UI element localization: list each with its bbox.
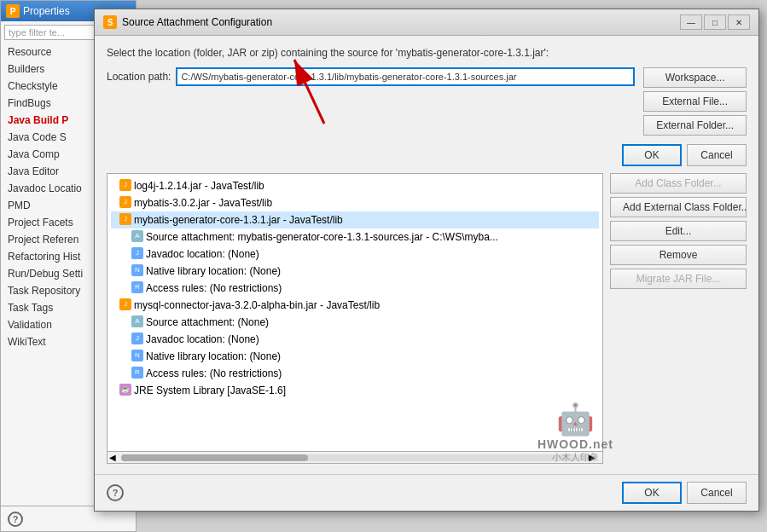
attach-icon: A (131, 315, 143, 327)
tree-item-mybatis-generator[interactable]: J mybatis-generator-core-1.3.1.jar - Jav… (111, 211, 599, 228)
sub-icon: N (131, 350, 143, 361)
tree-item-log4j[interactable]: J log4j-1.2.14.jar - JavaTest/lib (111, 177, 599, 194)
jar-icon: J (119, 179, 131, 191)
tree-item-native-none[interactable]: N Native library location: (None) (111, 263, 599, 280)
jar-icon: J (119, 196, 131, 208)
ok-button[interactable]: OK (622, 482, 682, 504)
tree-item-mysql-javadoc[interactable]: J Javadoc location: (None) (111, 331, 599, 348)
jar-icon: J (119, 298, 131, 310)
tree-item-jre[interactable]: ☕ JRE System Library [JavaSE-1.6] (111, 382, 599, 399)
tree-item-source-attach[interactable]: A Source attachment: mybatis-generator-c… (111, 228, 599, 246)
external-folder-button[interactable]: External Folder... (643, 115, 747, 136)
tree-item-mysql-source[interactable]: A Source attachment: (None) (111, 314, 599, 331)
tree-item-label: mybatis-3.0.2.jar - JavaTest/lib (134, 195, 272, 211)
inner-ok-button[interactable]: OK (622, 144, 682, 166)
properties-icon: P (6, 4, 20, 18)
properties-title: Properties (23, 5, 70, 17)
add-class-folder-button[interactable]: Add Class Folder... (610, 173, 747, 194)
migrate-jar-button[interactable]: Migrate JAR File... (610, 269, 747, 289)
dialog-title: Source Attachment Configuration (122, 16, 272, 28)
minimize-button[interactable]: ― (680, 14, 702, 30)
help-icon[interactable]: ? (107, 484, 124, 501)
location-label: Location path: (107, 71, 171, 83)
main-content: J log4j-1.2.14.jar - JavaTest/lib J myba… (107, 173, 747, 464)
cancel-button[interactable]: Cancel (687, 482, 747, 504)
inner-cancel-button[interactable]: Cancel (687, 144, 747, 166)
tree-item-mybatis302[interactable]: J mybatis-3.0.2.jar - JavaTest/lib (111, 194, 599, 211)
source-attachment-dialog: S Source Attachment Configuration ― □ ✕ … (94, 9, 759, 512)
tree-item-label: JRE System Library [JavaSE-1.6] (134, 383, 286, 398)
tree-item-label: Native library location: (None) (146, 349, 281, 364)
horizontal-scrollbar[interactable]: ◀ ▶ (107, 451, 602, 463)
sub-icon: J (131, 332, 143, 344)
sub-icon: R (131, 281, 143, 293)
tree-item-label: Native library location: (None) (146, 263, 281, 279)
description-text: Select the location (folder, JAR or zip)… (107, 46, 747, 61)
edit-button[interactable]: Edit... (610, 221, 747, 241)
add-external-class-folder-button[interactable]: Add External Class Folder... (610, 197, 747, 217)
tree-item-label: Access rules: (No restrictions) (146, 366, 282, 381)
jre-icon: ☕ (119, 384, 131, 396)
tree-item-label: mybatis-generator-core-1.3.1.jar - JavaT… (134, 212, 343, 228)
dialog-bottom: ? OK Cancel (95, 474, 758, 511)
scrollbar-thumb (121, 454, 308, 461)
dialog-title-left: S Source Attachment Configuration (103, 15, 272, 29)
location-row: Location path: (107, 67, 635, 86)
sub-icon: N (131, 264, 143, 276)
attach-icon: A (131, 230, 143, 242)
tree-item-mysql-native[interactable]: N Native library location: (None) (111, 348, 599, 365)
remove-button[interactable]: Remove (610, 245, 747, 265)
external-file-button[interactable]: External File... (643, 91, 747, 112)
dialog-ok-cancel: OK Cancel (622, 482, 747, 504)
tree-panel[interactable]: J log4j-1.2.14.jar - JavaTest/lib J myba… (107, 174, 602, 451)
tree-item-label: Javadoc location: (None) (146, 332, 259, 347)
dialog-controls: ― □ ✕ (680, 14, 750, 30)
close-button[interactable]: ✕ (728, 14, 750, 30)
tree-item-label: Source attachment: mybatis-generator-cor… (146, 229, 498, 245)
sub-icon: R (131, 367, 143, 379)
scrollbar-track[interactable] (121, 454, 589, 461)
workspace-button[interactable]: Workspace... (643, 67, 747, 88)
tree-item-label: Access rules: (No restrictions) (146, 280, 282, 296)
right-buttons: Workspace... External File... External F… (643, 67, 747, 136)
maximize-button[interactable]: □ (704, 14, 726, 30)
sub-icon: J (131, 247, 143, 259)
jar-icon: J (119, 213, 131, 225)
tree-item-label: Source attachment: (None) (146, 315, 269, 330)
tree-item-mysql-access[interactable]: R Access rules: (No restrictions) (111, 365, 599, 382)
tree-item-label: log4j-1.2.14.jar - JavaTest/lib (134, 178, 264, 194)
tree-item-mysql[interactable]: J mysql-connector-java-3.2.0-alpha-bin.j… (111, 297, 599, 314)
dialog-body: Select the location (folder, JAR or zip)… (95, 36, 758, 474)
tree-item-access-none[interactable]: R Access rules: (No restrictions) (111, 280, 599, 297)
properties-help-icon: ? (8, 512, 23, 527)
action-buttons: Add Class Folder... Add External Class F… (610, 173, 747, 464)
location-input[interactable] (176, 67, 635, 86)
tree-item-javadoc-none[interactable]: J Javadoc location: (None) (111, 246, 599, 263)
dialog-title-bar: S Source Attachment Configuration ― □ ✕ (95, 9, 758, 36)
dialog-icon: S (103, 15, 117, 29)
tree-item-label: mysql-connector-java-3.2.0-alpha-bin.jar… (134, 298, 380, 313)
tree-item-label: Javadoc location: (None) (146, 246, 259, 262)
